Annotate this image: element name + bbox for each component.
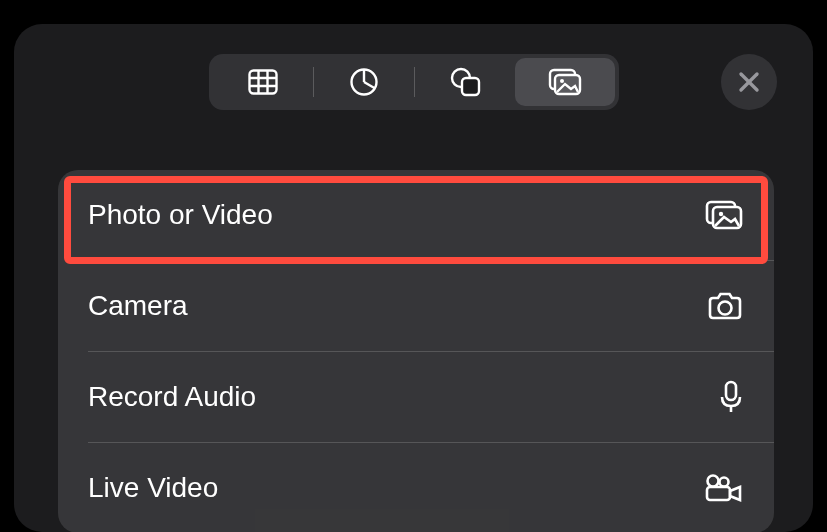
tab-media[interactable]: [515, 58, 615, 106]
svg-point-20: [720, 478, 729, 487]
table-icon: [248, 69, 278, 95]
menu-item-label: Photo or Video: [88, 199, 273, 231]
svg-rect-7: [462, 78, 479, 95]
svg-rect-21: [707, 487, 730, 500]
insert-panel: Photo or Video Camera Record: [14, 24, 813, 532]
menu-item-camera[interactable]: Camera: [58, 261, 774, 351]
tab-charts[interactable]: [314, 58, 414, 106]
tab-shapes[interactable]: [415, 58, 515, 106]
microphone-icon: [718, 379, 744, 415]
media-gallery-icon: [704, 199, 744, 231]
menu-item-record-audio[interactable]: Record Audio: [58, 352, 774, 442]
svg-point-19: [708, 476, 719, 487]
menu-item-live-video[interactable]: Live Video: [58, 443, 774, 532]
svg-point-15: [719, 212, 723, 216]
pie-chart-icon: [349, 67, 379, 97]
close-button[interactable]: [721, 54, 777, 110]
camera-icon: [706, 291, 744, 321]
media-icon: [547, 67, 583, 97]
menu-item-label: Record Audio: [88, 381, 256, 413]
menu-item-label: Live Video: [88, 472, 218, 504]
close-icon: [738, 71, 760, 93]
menu-item-label: Camera: [88, 290, 188, 322]
menu-item-photo-or-video[interactable]: Photo or Video: [58, 170, 774, 260]
shapes-icon: [449, 67, 481, 97]
svg-point-16: [719, 302, 732, 315]
video-camera-icon: [704, 473, 744, 503]
toolbar: [14, 24, 813, 110]
svg-rect-17: [726, 382, 736, 400]
svg-point-10: [560, 79, 564, 83]
media-source-menu: Photo or Video Camera Record: [58, 170, 774, 532]
tab-tables[interactable]: [213, 58, 313, 106]
svg-rect-0: [249, 71, 276, 94]
insert-type-segmented-control: [209, 54, 619, 110]
